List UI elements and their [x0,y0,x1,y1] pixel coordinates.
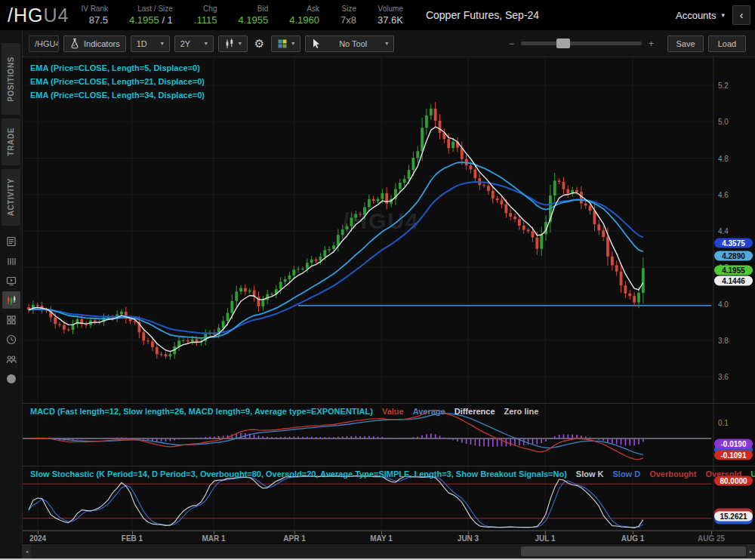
macd-panel[interactable]: MACD (Fast length=12, Slow length=26, MA… [23,404,755,466]
price-axis-label: 5.2 [718,82,729,90]
time-axis-label: APR 1 [283,534,305,543]
quote-field-value: 7x8 [341,14,356,26]
legend-slow-d: Slow D [613,469,641,478]
sidebar-monitor-icon[interactable] [2,272,20,289]
grid-layout-dropdown[interactable]: ▾ [271,35,300,52]
aggregation-dropdown[interactable]: 1D ▾ [131,35,170,52]
load-button[interactable]: Load [708,35,746,52]
quote-field-chg: Chg.1115 [194,5,217,26]
ema-label-0: EMA (Price=CLOSE, Length=5, Displace=0) [30,61,205,75]
stoch-legend-title: Slow Stochastic (K Period=14, D Period=3… [30,469,567,478]
macd-difference-bubble: -0.0190 [714,439,753,449]
horizontal-scrollbar[interactable]: ◄ ► [23,543,755,558]
indicators-button[interactable]: Indicators [63,35,126,52]
symbol-root: /HG [8,5,43,26]
quote-field-size: Size7x8 [341,5,356,26]
chart-style-dropdown[interactable]: ▾ [218,35,248,52]
time-axis[interactable]: 2024FEB 1MAR 1APR 1MAY 1JUN 3JUL 1AUG 1A… [23,531,755,543]
svg-text:?: ? [9,375,13,383]
price-axis-label: 3.8 [718,336,729,344]
sidebar-icons: ? [0,232,22,387]
sidebar-apps-grid-icon[interactable] [2,311,20,328]
left-sidebar: POSITIONSTRADEACTIVITY ? [0,30,23,560]
contract-description: Copper Futures, Sep-24 [426,9,539,21]
sidebar-tabs: POSITIONSTRADEACTIVITY [0,30,22,226]
price-chart-panel[interactable]: /HGU4 EMA (Price=CLOSE, Length=5, Displa… [23,57,755,404]
sidebar-history-clock-icon[interactable] [2,331,20,348]
time-axis-label: 2024 [29,534,46,543]
zoom-slider-track[interactable] [521,42,642,45]
range-dropdown[interactable]: 2Y ▾ [174,35,214,52]
chart-settings-button[interactable]: ⚙ [252,35,267,52]
chevron-down-icon: ▾ [291,40,294,47]
sidebar-community-icon[interactable] [2,350,20,368]
quote-field-value: 87.5 [81,14,108,26]
sidebar-tab-label: TRADE [7,128,15,155]
quote-field-value: .1115 [194,14,217,26]
time-axis-label: AUG 1 [621,534,645,543]
legend-up-signal: Up Signal [750,469,755,478]
quote-field-value: 4.1955 [238,14,268,26]
ema5-price-bubble: 4.1446 [714,276,753,286]
chart-toolbar: /HGU4 Indicators 1D ▾ 2Y ▾ ▾ ⚙ ▾ No Tool… [23,30,755,57]
sidebar-chart-icon[interactable] [2,291,20,309]
chevron-down-icon: ▾ [161,40,164,47]
price-chart-canvas [23,57,755,404]
drawing-tool-dropdown[interactable]: No Tool ▾ [305,35,394,52]
symbol-input-value: /HGU4 [35,39,59,48]
scrollbar-thumb[interactable] [521,546,746,556]
sidebar-watchlist-icon[interactable] [2,252,20,269]
sidebar-tab-label: POSITIONS [7,57,15,102]
chevron-down-icon: ▾ [385,40,388,47]
stochastic-legend: Slow Stochastic (K Period=14, D Period=3… [30,469,755,478]
cursor-arrow-icon [311,38,321,49]
zoom-out-button[interactable]: − [509,38,514,49]
price-axis-label: 5.0 [718,118,729,126]
chevron-down-icon: ▾ [205,40,208,47]
time-axis-label: AUG 25 [698,534,725,543]
quote-field-label: Chg [194,5,217,13]
watchlist-icon [5,255,17,267]
chart-region: /HGU4 EMA (Price=CLOSE, Length=5, Displa… [23,57,755,558]
zoom-slider-thumb[interactable] [556,38,570,48]
collapse-panel-button[interactable]: ‹ [732,5,750,25]
symbol-expiry: U4 [43,5,69,26]
history-clock-icon [5,334,17,346]
quote-field-iv-rank: IV Rank87.5 [81,5,108,26]
symbol-input[interactable]: /HGU4 [29,35,59,52]
stochastic-panel[interactable]: Slow Stochastic (K Period=14, D Period=3… [23,466,755,531]
sidebar-tab-positions[interactable]: POSITIONS [2,43,20,115]
time-axis-label: MAR 1 [202,534,225,543]
price-axis[interactable]: 5.25.04.84.64.44.24.03.83.64.35754.28904… [713,57,755,403]
chevron-left-icon: ‹ [740,10,744,20]
chevron-down-icon: ▾ [239,40,242,47]
ema21-price-bubble: 4.2890 [714,251,753,261]
zoom-in-button[interactable]: + [649,38,654,49]
monitor-icon [5,275,17,287]
ema34-price-bubble: 4.3575 [714,238,753,248]
quote-field-last-size: Last / Size4.1955 / 1 [129,5,173,26]
indicators-label: Indicators [84,39,120,48]
sidebar-help-icon[interactable]: ? [2,370,20,387]
grid-layout-icon [277,38,288,49]
accounts-label: Accounts [676,10,716,21]
sidebar-news-icon[interactable] [2,232,20,250]
last-price-bubble: 4.1955 [714,266,753,275]
macd-axis-label: 0.1 [718,419,729,427]
time-axis-label: MAY 1 [370,534,392,543]
tool-label: No Tool [339,39,367,48]
scroll-left-button[interactable]: ◄ [23,544,31,558]
legend-average: Average [413,407,445,416]
accounts-dropdown[interactable]: Accounts ▾ [676,10,725,21]
time-axis-label: JUN 3 [458,534,479,543]
sidebar-tab-activity[interactable]: ACTIVITY [2,169,20,226]
sidebar-tab-trade[interactable]: TRADE [2,118,20,165]
save-button[interactable]: Save [667,35,704,52]
ema-label-2: EMA (Price=CLOSE, Length=34, Displace=0) [30,88,205,102]
macd-axis[interactable]: 0.1-0.0190-0.1091 [713,404,755,466]
stoch-k-bubble: 15.2621 [714,512,753,522]
scroll-right-button[interactable]: ► [747,544,755,558]
price-axis-label: 4.0 [718,300,729,308]
zoom-controls: − + [509,38,654,49]
quote-field-ask: Ask4.1960 [289,5,319,26]
